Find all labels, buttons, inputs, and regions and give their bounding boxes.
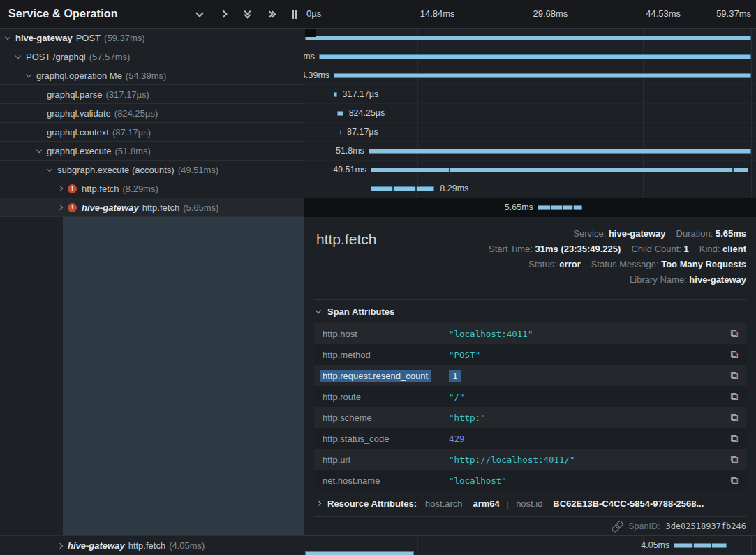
panel-title: Service & Operation [8, 8, 118, 20]
attribute-value-text: "http:" [449, 413, 486, 423]
timeline-row[interactable]: 8.29ms [304, 179, 756, 198]
chevron-right-icon[interactable] [218, 9, 228, 19]
meta-pair: Status Message: Too Many Requests [591, 259, 746, 269]
detail-meta-line: Status: errorStatus Message: Too Many Re… [489, 257, 746, 272]
span-attributes-header[interactable]: Span Attributes [314, 300, 746, 323]
attribute-key-text: http.host [323, 329, 357, 339]
trace-viewer: Service & Operation hive-gatewayPOST(59.… [0, 0, 756, 555]
copy-icon[interactable]: ⧉ [730, 327, 738, 340]
resource-attributes-row[interactable]: Resource Attributes: host.arch = arm64|h… [314, 491, 746, 516]
span-bar[interactable] [371, 168, 748, 172]
timeline-row[interactable]: 824.25µs [304, 104, 756, 123]
span-duration: (54.39ms) [126, 71, 167, 81]
detail-meta-line: Service: hive-gatewayDuration: 5.65ms [489, 226, 746, 242]
chevron-down-icon[interactable] [195, 9, 205, 19]
error-icon: ! [68, 184, 77, 193]
timeline-row[interactable]: 5.65ms [304, 198, 756, 217]
panel-resize-handle[interactable] [292, 10, 297, 19]
chevron-down-icon [316, 308, 321, 313]
chevron-down-icon[interactable] [26, 72, 31, 77]
chevron-down-glyph [195, 9, 203, 17]
chevron-down-icon[interactable] [15, 53, 21, 59]
span-duration: (59.37ms) [104, 33, 145, 43]
tree-header-icons [195, 9, 298, 19]
meta-value: 1 [684, 244, 689, 254]
tree-row-POST[interactable]: hive-gatewayPOST(59.37ms) [0, 29, 304, 47]
double-chevron-right-icon[interactable] [266, 9, 276, 19]
attribute-value: "http://localhost:4011/" [449, 454, 730, 465]
meta-value: Too Many Requests [661, 259, 746, 269]
copy-icon[interactable]: ⧉ [730, 390, 738, 403]
copy-icon[interactable]: ⧉ [730, 369, 738, 382]
tree-row-graphql.context[interactable]: graphql.context(87.17µs) [0, 123, 304, 142]
meta-pair: Library Name: hive-gateway [630, 274, 746, 285]
timeline-row[interactable] [304, 29, 756, 47]
resource-key: host.id [516, 498, 542, 509]
attribute-key-text: http.request.resend_count [320, 370, 431, 382]
span-bar[interactable] [340, 130, 341, 135]
span-duration: (87.17µs) [112, 127, 151, 138]
copy-icon[interactable]: ⧉ [730, 453, 738, 466]
span-bar[interactable] [538, 205, 582, 210]
tree-row-graphql.parse[interactable]: graphql.parse(317.17µs) [0, 85, 304, 104]
meta-pair: Kind: client [699, 244, 746, 254]
meta-pair: Status: error [528, 259, 580, 269]
tree-row-http.fetch[interactable]: !hive-gatewayhttp.fetch(5.65ms) [0, 198, 304, 217]
span-bar[interactable] [319, 54, 751, 59]
attribute-value: "/" [449, 392, 730, 402]
span-name: graphql.execute [47, 146, 112, 156]
span-duration: (317.17µs) [106, 89, 149, 100]
bar-duration-label: 57.57ms [304, 47, 315, 66]
tree-row-graphql.operation-Me[interactable]: graphql.operation Me(54.39ms) [0, 66, 304, 85]
copy-icon[interactable]: ⧉ [730, 432, 738, 445]
chevron-right-icon[interactable] [57, 205, 63, 210]
span-bar[interactable] [305, 36, 751, 40]
span-name: POST [76, 33, 101, 43]
chevron-right-icon[interactable] [57, 186, 63, 191]
timeline-row[interactable]: 49.51ms [304, 161, 756, 179]
tree-row-POST--graphql[interactable]: POST /graphql(57.57ms) [0, 47, 304, 66]
copy-icon[interactable]: ⧉ [730, 348, 738, 361]
span-title: http.fetch [316, 231, 376, 248]
bar-segment-divider [711, 543, 712, 548]
timeline-lanes: 57.57ms54.39ms317.17µs824.25µs87.17µs51.… [304, 29, 756, 217]
copy-icon[interactable]: ⧉ [730, 474, 738, 487]
attributes-table: http.host"localhost:4011"⧉http.method"PO… [314, 323, 746, 491]
chevron-down-icon[interactable] [47, 166, 52, 172]
timeline-row[interactable]: 51.8ms [304, 142, 756, 161]
span-bar[interactable] [334, 73, 751, 78]
chevron-down-icon[interactable] [5, 34, 10, 40]
bar-duration-label: 4.05ms [641, 536, 669, 554]
timeline-row[interactable]: 54.39ms [304, 66, 756, 85]
double-chevron-down-icon[interactable] [242, 9, 252, 19]
spanid-label: SpanID: [628, 521, 660, 531]
link-icon[interactable] [609, 519, 624, 534]
axis-tick-label: 44.53ms [646, 8, 681, 19]
tree-row-http.fetch[interactable]: hive-gatewayhttp.fetch(4.05ms) [0, 536, 304, 555]
attribute-key: http.request.resend_count [323, 371, 449, 381]
attribute-value-text: "localhost:4011" [449, 329, 533, 339]
span-name: http.fetch [128, 540, 165, 551]
bar-duration-label: 5.65ms [505, 198, 533, 216]
span-bar[interactable] [369, 149, 751, 154]
span-attributes-title: Span Attributes [327, 306, 394, 317]
copy-icon[interactable]: ⧉ [730, 411, 738, 424]
attribute-key-text: http.route [323, 392, 361, 402]
tree-row-http.fetch[interactable]: !http.fetch(8.29ms) [0, 179, 304, 198]
span-meta: Service: hive-gatewayDuration: 5.65msSta… [489, 226, 746, 288]
tree-row-graphql.validate[interactable]: graphql.validate(824.25µs) [0, 104, 304, 123]
span-bar[interactable] [674, 543, 727, 548]
timeline-row[interactable]: 317.17µs [304, 85, 756, 104]
chevron-down-icon[interactable] [36, 147, 42, 153]
timeline-row[interactable]: 87.17µs [304, 123, 756, 142]
chevron-right-icon[interactable] [57, 542, 63, 548]
attribute-key-text: http.method [323, 350, 371, 360]
tree-row-subgraph.execute--accounts-[interactable]: subgraph.execute (accounts)(49.51ms) [0, 161, 304, 179]
span-bar[interactable] [371, 186, 434, 191]
timeline-row[interactable]: 57.57ms [304, 47, 756, 66]
resource-attributes-items: host.arch = arm64|host.id = BC62E13B-C4C… [425, 498, 704, 509]
tree-row-graphql.execute[interactable]: graphql.execute(51.8ms) [0, 142, 304, 161]
span-bar[interactable] [337, 111, 343, 116]
attribute-value: "localhost" [449, 475, 730, 486]
span-bar[interactable] [334, 92, 337, 97]
